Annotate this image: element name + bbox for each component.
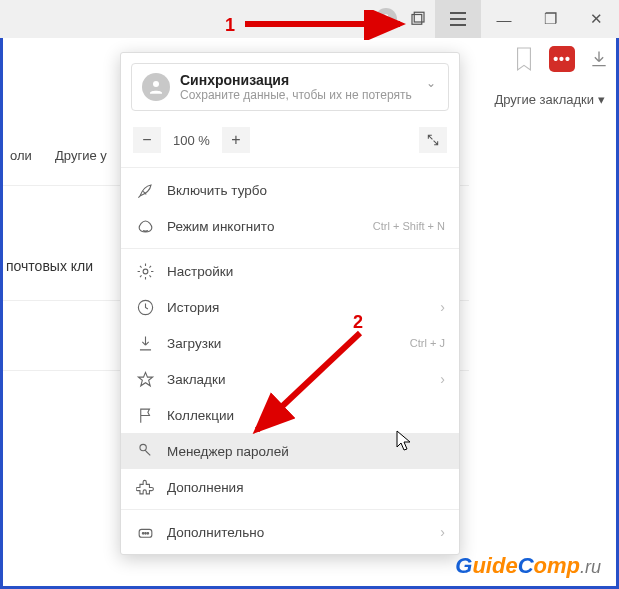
menu-label: Коллекции (167, 408, 234, 423)
zoom-in-button[interactable]: + (222, 127, 250, 153)
annotation-2: 2 (353, 312, 363, 333)
annotation-arrow-1 (240, 10, 415, 40)
other-bookmarks-button[interactable]: Другие закладки ▾ (494, 92, 605, 107)
user-avatar-icon (142, 73, 170, 101)
annotation-1: 1 (225, 15, 235, 36)
shortcut-label: Ctrl + Shift + N (373, 220, 445, 232)
svg-point-9 (139, 444, 145, 450)
sync-banner[interactable]: Синхронизация Сохраните данные, чтобы их… (131, 63, 449, 111)
menu-label: Дополнительно (167, 525, 264, 540)
menu-label: Режим инкогнито (167, 219, 274, 234)
annotation-arrow-2 (245, 325, 375, 445)
downloads-icon[interactable] (589, 49, 609, 69)
zoom-controls: − 100 % + (121, 121, 459, 163)
minimize-button[interactable]: — (481, 0, 527, 38)
svg-line-15 (257, 333, 360, 430)
svg-point-7 (143, 269, 148, 274)
sync-subtitle: Сохраните данные, чтобы их не потерять (180, 88, 412, 102)
svg-rect-2 (414, 12, 424, 22)
download-icon (135, 333, 155, 353)
rocket-icon (135, 180, 155, 200)
menu-item-settings[interactable]: Настройки (121, 253, 459, 289)
gear-icon (135, 261, 155, 281)
cursor-icon (396, 430, 414, 452)
main-menu-dropdown: Синхронизация Сохраните данные, чтобы их… (120, 52, 460, 555)
main-menu-button[interactable] (435, 0, 481, 38)
lastpass-icon[interactable]: ••• (549, 46, 575, 72)
incognito-icon (135, 216, 155, 236)
menu-item-more[interactable]: Дополнительно › (121, 514, 459, 550)
bg-text: почтовых кли (6, 258, 93, 274)
sync-title: Синхронизация (180, 72, 412, 88)
menu-item-turbo[interactable]: Включить турбо (121, 172, 459, 208)
menu-item-history[interactable]: История › (121, 289, 459, 325)
menu-label: История (167, 300, 219, 315)
menu-item-addons[interactable]: Дополнения (121, 469, 459, 505)
watermark: GuideComp.ru (455, 553, 601, 579)
maximize-button[interactable]: ❐ (527, 0, 573, 38)
chevron-right-icon: › (440, 371, 445, 387)
chevron-down-icon: ▾ (598, 92, 605, 107)
chevron-right-icon: › (440, 524, 445, 540)
svg-point-11 (142, 532, 144, 534)
more-icon (135, 522, 155, 542)
svg-point-12 (144, 532, 146, 534)
menu-label: Загрузки (167, 336, 221, 351)
flag-icon (135, 405, 155, 425)
menu-label: Закладки (167, 372, 225, 387)
star-icon (135, 369, 155, 389)
bg-text: оли (10, 148, 32, 163)
svg-point-6 (153, 81, 159, 87)
chevron-right-icon: › (440, 299, 445, 315)
chevron-down-icon: ⌄ (426, 76, 436, 90)
menu-item-incognito[interactable]: Режим инкогнито Ctrl + Shift + N (121, 208, 459, 244)
key-icon (135, 441, 155, 461)
fullscreen-button[interactable] (419, 127, 447, 153)
svg-point-13 (147, 532, 149, 534)
menu-label: Менеджер паролей (167, 444, 289, 459)
menu-label: Настройки (167, 264, 233, 279)
menu-label: Дополнения (167, 480, 243, 495)
menu-label: Включить турбо (167, 183, 267, 198)
zoom-out-button[interactable]: − (133, 127, 161, 153)
other-bookmarks-label: Другие закладки (494, 92, 594, 107)
history-icon (135, 297, 155, 317)
bg-text: Другие у (55, 148, 107, 163)
puzzle-icon (135, 477, 155, 497)
close-window-button[interactable]: ✕ (573, 0, 619, 38)
zoom-value: 100 % (169, 133, 214, 148)
shortcut-label: Ctrl + J (410, 337, 445, 349)
bookmark-icon[interactable] (513, 45, 535, 73)
